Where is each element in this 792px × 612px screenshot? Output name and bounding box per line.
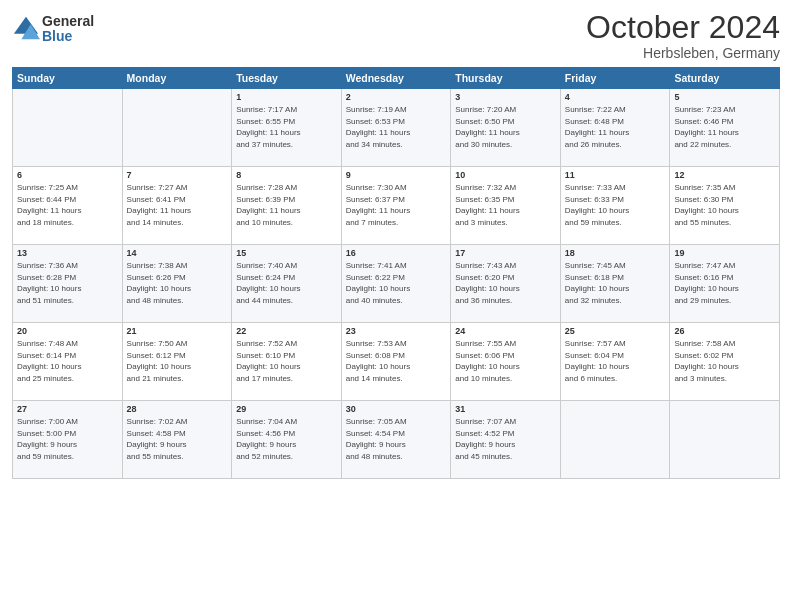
day-cell-4-4: 23Sunrise: 7:53 AM Sunset: 6:08 PM Dayli…	[341, 323, 451, 401]
day-number: 12	[674, 170, 775, 180]
day-cell-3-7: 19Sunrise: 7:47 AM Sunset: 6:16 PM Dayli…	[670, 245, 780, 323]
day-cell-5-7	[670, 401, 780, 479]
day-number: 14	[127, 248, 228, 258]
day-info: Sunrise: 7:30 AM Sunset: 6:37 PM Dayligh…	[346, 182, 447, 228]
day-number: 5	[674, 92, 775, 102]
day-number: 4	[565, 92, 666, 102]
day-cell-3-5: 17Sunrise: 7:43 AM Sunset: 6:20 PM Dayli…	[451, 245, 561, 323]
day-number: 17	[455, 248, 556, 258]
day-info: Sunrise: 7:57 AM Sunset: 6:04 PM Dayligh…	[565, 338, 666, 384]
day-cell-3-2: 14Sunrise: 7:38 AM Sunset: 6:26 PM Dayli…	[122, 245, 232, 323]
day-cell-4-7: 26Sunrise: 7:58 AM Sunset: 6:02 PM Dayli…	[670, 323, 780, 401]
header: General Blue October 2024 Herbsleben, Ge…	[12, 10, 780, 61]
day-number: 3	[455, 92, 556, 102]
day-number: 11	[565, 170, 666, 180]
day-info: Sunrise: 7:05 AM Sunset: 4:54 PM Dayligh…	[346, 416, 447, 462]
day-info: Sunrise: 7:52 AM Sunset: 6:10 PM Dayligh…	[236, 338, 337, 384]
day-info: Sunrise: 7:04 AM Sunset: 4:56 PM Dayligh…	[236, 416, 337, 462]
day-number: 25	[565, 326, 666, 336]
day-info: Sunrise: 7:43 AM Sunset: 6:20 PM Dayligh…	[455, 260, 556, 306]
day-cell-3-1: 13Sunrise: 7:36 AM Sunset: 6:28 PM Dayli…	[13, 245, 123, 323]
day-cell-5-4: 30Sunrise: 7:05 AM Sunset: 4:54 PM Dayli…	[341, 401, 451, 479]
day-number: 31	[455, 404, 556, 414]
day-info: Sunrise: 7:41 AM Sunset: 6:22 PM Dayligh…	[346, 260, 447, 306]
day-cell-5-1: 27Sunrise: 7:00 AM Sunset: 5:00 PM Dayli…	[13, 401, 123, 479]
day-number: 15	[236, 248, 337, 258]
calendar-header: SundayMondayTuesdayWednesdayThursdayFrid…	[13, 68, 780, 89]
day-info: Sunrise: 7:45 AM Sunset: 6:18 PM Dayligh…	[565, 260, 666, 306]
day-number: 20	[17, 326, 118, 336]
day-number: 23	[346, 326, 447, 336]
day-info: Sunrise: 7:20 AM Sunset: 6:50 PM Dayligh…	[455, 104, 556, 150]
day-cell-5-6	[560, 401, 670, 479]
day-header-sunday: Sunday	[13, 68, 123, 89]
month-title: October 2024	[586, 10, 780, 45]
day-cell-2-2: 7Sunrise: 7:27 AM Sunset: 6:41 PM Daylig…	[122, 167, 232, 245]
day-number: 9	[346, 170, 447, 180]
day-info: Sunrise: 7:53 AM Sunset: 6:08 PM Dayligh…	[346, 338, 447, 384]
day-cell-3-4: 16Sunrise: 7:41 AM Sunset: 6:22 PM Dayli…	[341, 245, 451, 323]
day-number: 7	[127, 170, 228, 180]
day-number: 13	[17, 248, 118, 258]
day-number: 26	[674, 326, 775, 336]
day-cell-3-6: 18Sunrise: 7:45 AM Sunset: 6:18 PM Dayli…	[560, 245, 670, 323]
day-cell-4-5: 24Sunrise: 7:55 AM Sunset: 6:06 PM Dayli…	[451, 323, 561, 401]
day-number: 21	[127, 326, 228, 336]
day-number: 18	[565, 248, 666, 258]
day-info: Sunrise: 7:19 AM Sunset: 6:53 PM Dayligh…	[346, 104, 447, 150]
day-info: Sunrise: 7:07 AM Sunset: 4:52 PM Dayligh…	[455, 416, 556, 462]
day-number: 1	[236, 92, 337, 102]
day-info: Sunrise: 7:32 AM Sunset: 6:35 PM Dayligh…	[455, 182, 556, 228]
day-info: Sunrise: 7:27 AM Sunset: 6:41 PM Dayligh…	[127, 182, 228, 228]
day-number: 19	[674, 248, 775, 258]
day-number: 2	[346, 92, 447, 102]
day-info: Sunrise: 7:40 AM Sunset: 6:24 PM Dayligh…	[236, 260, 337, 306]
day-number: 28	[127, 404, 228, 414]
day-header-friday: Friday	[560, 68, 670, 89]
day-header-monday: Monday	[122, 68, 232, 89]
day-info: Sunrise: 7:02 AM Sunset: 4:58 PM Dayligh…	[127, 416, 228, 462]
day-number: 16	[346, 248, 447, 258]
day-cell-2-5: 10Sunrise: 7:32 AM Sunset: 6:35 PM Dayli…	[451, 167, 561, 245]
day-cell-2-1: 6Sunrise: 7:25 AM Sunset: 6:44 PM Daylig…	[13, 167, 123, 245]
day-info: Sunrise: 7:28 AM Sunset: 6:39 PM Dayligh…	[236, 182, 337, 228]
day-info: Sunrise: 7:50 AM Sunset: 6:12 PM Dayligh…	[127, 338, 228, 384]
day-number: 22	[236, 326, 337, 336]
day-header-thursday: Thursday	[451, 68, 561, 89]
day-info: Sunrise: 7:36 AM Sunset: 6:28 PM Dayligh…	[17, 260, 118, 306]
week-row-2: 6Sunrise: 7:25 AM Sunset: 6:44 PM Daylig…	[13, 167, 780, 245]
day-info: Sunrise: 7:33 AM Sunset: 6:33 PM Dayligh…	[565, 182, 666, 228]
day-cell-1-4: 2Sunrise: 7:19 AM Sunset: 6:53 PM Daylig…	[341, 89, 451, 167]
day-info: Sunrise: 7:38 AM Sunset: 6:26 PM Dayligh…	[127, 260, 228, 306]
day-number: 10	[455, 170, 556, 180]
day-cell-1-1	[13, 89, 123, 167]
logo: General Blue	[12, 14, 94, 45]
day-cell-1-3: 1Sunrise: 7:17 AM Sunset: 6:55 PM Daylig…	[232, 89, 342, 167]
day-info: Sunrise: 7:17 AM Sunset: 6:55 PM Dayligh…	[236, 104, 337, 150]
day-info: Sunrise: 7:55 AM Sunset: 6:06 PM Dayligh…	[455, 338, 556, 384]
day-info: Sunrise: 7:23 AM Sunset: 6:46 PM Dayligh…	[674, 104, 775, 150]
day-cell-4-6: 25Sunrise: 7:57 AM Sunset: 6:04 PM Dayli…	[560, 323, 670, 401]
day-info: Sunrise: 7:00 AM Sunset: 5:00 PM Dayligh…	[17, 416, 118, 462]
day-number: 24	[455, 326, 556, 336]
day-cell-1-7: 5Sunrise: 7:23 AM Sunset: 6:46 PM Daylig…	[670, 89, 780, 167]
day-cell-1-6: 4Sunrise: 7:22 AM Sunset: 6:48 PM Daylig…	[560, 89, 670, 167]
logo-text: General Blue	[42, 14, 94, 45]
day-info: Sunrise: 7:48 AM Sunset: 6:14 PM Dayligh…	[17, 338, 118, 384]
day-header-saturday: Saturday	[670, 68, 780, 89]
day-cell-4-2: 21Sunrise: 7:50 AM Sunset: 6:12 PM Dayli…	[122, 323, 232, 401]
week-row-1: 1Sunrise: 7:17 AM Sunset: 6:55 PM Daylig…	[13, 89, 780, 167]
day-cell-1-2	[122, 89, 232, 167]
header-row: SundayMondayTuesdayWednesdayThursdayFrid…	[13, 68, 780, 89]
day-header-wednesday: Wednesday	[341, 68, 451, 89]
day-header-tuesday: Tuesday	[232, 68, 342, 89]
day-cell-2-7: 12Sunrise: 7:35 AM Sunset: 6:30 PM Dayli…	[670, 167, 780, 245]
day-info: Sunrise: 7:47 AM Sunset: 6:16 PM Dayligh…	[674, 260, 775, 306]
day-cell-3-3: 15Sunrise: 7:40 AM Sunset: 6:24 PM Dayli…	[232, 245, 342, 323]
title-block: October 2024 Herbsleben, Germany	[586, 10, 780, 61]
day-cell-5-5: 31Sunrise: 7:07 AM Sunset: 4:52 PM Dayli…	[451, 401, 561, 479]
week-row-3: 13Sunrise: 7:36 AM Sunset: 6:28 PM Dayli…	[13, 245, 780, 323]
day-cell-5-2: 28Sunrise: 7:02 AM Sunset: 4:58 PM Dayli…	[122, 401, 232, 479]
day-cell-2-6: 11Sunrise: 7:33 AM Sunset: 6:33 PM Dayli…	[560, 167, 670, 245]
location: Herbsleben, Germany	[586, 45, 780, 61]
